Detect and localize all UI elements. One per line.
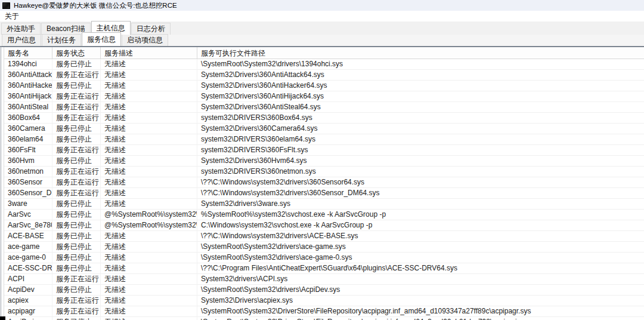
cell-status: 服务正在运行: [52, 145, 101, 155]
cell-path: \??\C:\Windows\system32\drivers\360Senso…: [197, 188, 644, 198]
cell-name: AarSvc_8e7808: [4, 220, 52, 230]
cell-name: ACE-SSC-DRV...: [4, 263, 52, 273]
cell-name: 360AntiAttack: [4, 70, 52, 80]
cell-path: System32\Drivers\360AntiSteal64.sys: [197, 102, 644, 112]
secondary-tab-4[interactable]: 启动项信息: [122, 34, 168, 46]
cell-status: 服务正在运行: [52, 70, 101, 80]
primary-tab-4[interactable]: 日志分析: [131, 23, 171, 35]
cell-name: 360Sensor: [4, 177, 52, 187]
primary-tab-1[interactable]: 外连助手: [1, 23, 41, 35]
cell-description: 无描述: [101, 253, 197, 263]
cell-description: 无描述: [101, 188, 197, 198]
column-header-4[interactable]: 服务可执行文件路径: [197, 47, 644, 59]
table-row[interactable]: 360Hvm服务已停止无描述System32\Drivers\360Hvm64.…: [4, 156, 644, 167]
column-header-3[interactable]: 服务描述: [101, 47, 197, 59]
cell-path: System32\Drivers\acpiex.sys: [197, 296, 644, 306]
table-row[interactable]: 360AntiHijack服务正在运行无描述System32\Drivers\3…: [4, 91, 644, 102]
cell-path: System32\Drivers\360AntiHijack64.sys: [197, 91, 644, 101]
table-row[interactable]: 360FsFlt服务正在运行无描述system32\DRIVERS\360FsF…: [4, 145, 644, 156]
table-row[interactable]: acpipagr服务正在运行无描述\SystemRoot\System32\Dr…: [4, 306, 644, 317]
table-row[interactable]: 360AntiAttack服务正在运行无描述System32\Drivers\3…: [4, 70, 644, 81]
secondary-tab-strip: 用户信息计划任务服务信息启动项信息: [0, 35, 644, 46]
table-row[interactable]: AarSvc_8e7808服务已停止@%SystemRoot%\system32…: [4, 220, 644, 231]
table-row[interactable]: 360Camera服务已停止无描述System32\Drivers\360Cam…: [4, 124, 644, 134]
cell-status: 服务正在运行: [52, 91, 101, 101]
cell-name: 3ware: [4, 199, 52, 209]
cell-status: 服务正在运行: [52, 274, 101, 284]
cell-status: 服务已停止: [52, 59, 101, 69]
cell-name: acpipagr: [4, 306, 52, 316]
table-row[interactable]: AcpiDev服务已停止无描述\SystemRoot\System32\driv…: [4, 285, 644, 296]
table-row[interactable]: AarSvc服务已停止@%SystemRoot%\system32\A...%S…: [4, 210, 644, 220]
cell-status: 服务已停止: [52, 285, 101, 295]
cell-name: ACE-BASE: [4, 231, 52, 241]
cell-description: 无描述: [101, 134, 197, 144]
table-row[interactable]: 360elam64服务已停止无描述system32\DRIVERS\360ela…: [4, 134, 644, 145]
services-table: 服务名服务状态服务描述服务可执行文件路径 1394ohci服务已停止无描述\Sy…: [4, 47, 644, 320]
table-row[interactable]: acpiex服务正在运行无描述System32\Drivers\acpiex.s…: [4, 296, 644, 306]
cell-description: 无描述: [101, 70, 197, 80]
table-row[interactable]: 3ware服务已停止无描述System32\drivers\3ware.sys: [4, 199, 644, 210]
cell-status: 服务已停止: [52, 124, 101, 134]
cell-name: 360Sensor_DM: [4, 188, 52, 198]
column-header-2[interactable]: 服务状态: [52, 47, 101, 59]
tab-page-left-border: [1, 46, 1, 320]
menu-item-about[interactable]: 关于: [0, 11, 24, 21]
cell-name: ace-game-0: [4, 253, 52, 263]
cell-name: AcpiDev: [4, 285, 52, 295]
cell-name: 360FsFlt: [4, 145, 52, 155]
secondary-tab-2[interactable]: 计划任务: [42, 34, 81, 46]
cell-status: 服务已停止: [52, 134, 101, 144]
cell-status: 服务正在运行: [52, 102, 101, 112]
cell-name: 360Hvm: [4, 156, 52, 166]
table-row[interactable]: 360netmon服务正在运行无描述system32\DRIVERS\360ne…: [4, 167, 644, 177]
window-title: Hawkeye@爱做梦的大米饭 微信公众号:也总想挖RCE: [14, 0, 177, 11]
secondary-tab-3[interactable]: 服务信息: [82, 32, 121, 46]
cell-status: 服务已停止: [52, 317, 101, 320]
cell-description: 无描述: [101, 177, 197, 187]
table-row[interactable]: AcpiPmi服务已停止无描述\SystemRoot\System32\Driv…: [4, 317, 644, 320]
table-row[interactable]: 360Box64服务正在运行无描述system32\DRIVERS\360Box…: [4, 113, 644, 124]
table-row[interactable]: ACE-SSC-DRV...服务已停止无描述\??\C:\Program Fil…: [4, 263, 644, 274]
cell-path: \SystemRoot\System32\DriverStore\FileRep…: [197, 317, 644, 320]
table-row[interactable]: ace-game-0服务已停止无描述\SystemRoot\System32\d…: [4, 253, 644, 263]
table-row[interactable]: 360AntiSteal服务正在运行无描述System32\Drivers\36…: [4, 102, 644, 113]
cell-description: 无描述: [101, 296, 197, 306]
cell-path: system32\DRIVERS\360Box64.sys: [197, 113, 644, 123]
cell-name: 360AntiSteal: [4, 102, 52, 112]
table-row[interactable]: ACE-BASE服务已停止无描述\??\C:\Windows\system32\…: [4, 231, 644, 242]
title-bar: Hawkeye@爱做梦的大米饭 微信公众号:也总想挖RCE: [0, 0, 644, 11]
table-row[interactable]: 360Sensor服务正在运行无描述\??\C:\Windows\system3…: [4, 177, 644, 188]
table-row[interactable]: 360AntiHacker服务已停止无描述System32\Drivers\36…: [4, 81, 644, 91]
cell-path: System32\drivers\3ware.sys: [197, 199, 644, 209]
cell-description: 无描述: [101, 102, 197, 112]
cell-description: 无描述: [101, 263, 197, 273]
cell-description: 无描述: [101, 59, 197, 69]
cell-name: acpiex: [4, 296, 52, 306]
table-row[interactable]: ace-game服务已停止无描述\SystemRoot\System32\dri…: [4, 242, 644, 253]
cell-path: %SystemRoot%\system32\svchost.exe -k Aar…: [197, 210, 644, 220]
table-row[interactable]: 1394ohci服务已停止无描述\SystemRoot\System32\dri…: [4, 59, 644, 70]
cell-path: \SystemRoot\System32\drivers\ace-game.sy…: [197, 242, 644, 252]
cell-status: 服务已停止: [52, 253, 101, 263]
column-header-1[interactable]: 服务名: [4, 47, 52, 59]
cell-description: @%SystemRoot%\system32\A...: [101, 210, 197, 220]
secondary-tab-1[interactable]: 用户信息: [2, 34, 41, 46]
cell-status: 服务已停止: [52, 81, 101, 91]
cell-status: 服务已停止: [52, 263, 101, 273]
cell-description: 无描述: [101, 156, 197, 166]
cell-path: System32\drivers\ACPI.sys: [197, 274, 644, 284]
cell-name: 360AntiHijack: [4, 91, 52, 101]
table-row[interactable]: 360Sensor_DM服务正在运行无描述\??\C:\Windows\syst…: [4, 188, 644, 199]
cell-path: System32\Drivers\360AntiHacker64.sys: [197, 81, 644, 91]
cell-path: System32\Drivers\360AntiAttack64.sys: [197, 70, 644, 80]
cell-description: 无描述: [101, 285, 197, 295]
cell-name: 360Camera: [4, 124, 52, 134]
cell-name: AarSvc: [4, 210, 52, 220]
cell-path: system32\DRIVERS\360elam64.sys: [197, 134, 644, 144]
cell-path: \SystemRoot\System32\drivers\AcpiDev.sys: [197, 285, 644, 295]
table-body: 1394ohci服务已停止无描述\SystemRoot\System32\dri…: [4, 59, 644, 320]
table-row[interactable]: ACPI服务正在运行无描述System32\drivers\ACPI.sys: [4, 274, 644, 285]
cell-status: 服务已停止: [52, 156, 101, 166]
cell-description: 无描述: [101, 199, 197, 209]
